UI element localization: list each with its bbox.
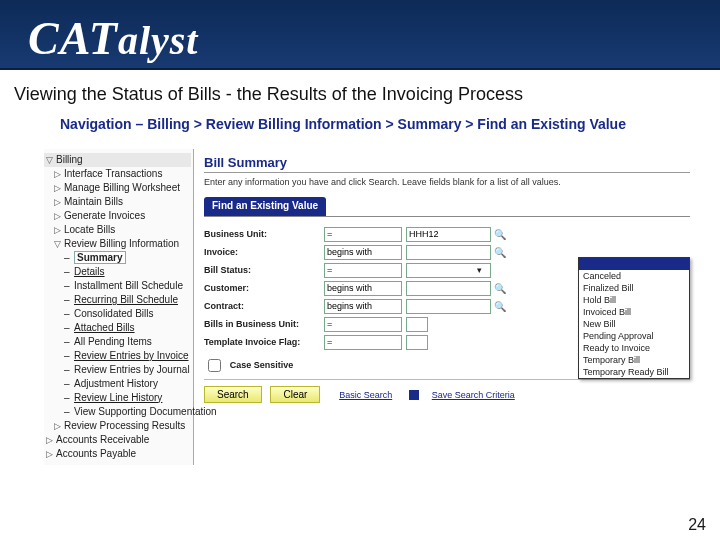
tree-subitem[interactable]: –Summary bbox=[44, 251, 191, 265]
clear-button[interactable]: Clear bbox=[270, 386, 320, 403]
lookup-icon[interactable]: 🔍 bbox=[494, 301, 505, 312]
tree-subitem[interactable]: –Adjustment History bbox=[44, 377, 191, 391]
lookup-icon[interactable]: 🔍 bbox=[494, 247, 505, 258]
dropdown-option[interactable]: Canceled bbox=[579, 270, 689, 282]
value-input[interactable] bbox=[406, 245, 491, 260]
value-input[interactable] bbox=[406, 317, 428, 332]
operator-select[interactable] bbox=[324, 299, 402, 314]
search-button[interactable]: Search bbox=[204, 386, 262, 403]
field-label: Contract: bbox=[204, 301, 324, 311]
criteria-row: Business Unit:🔍 bbox=[204, 227, 690, 242]
tab-find-existing[interactable]: Find an Existing Value bbox=[204, 197, 326, 216]
twist-icon: ▽ bbox=[46, 154, 56, 166]
twist-icon: ▷ bbox=[54, 196, 64, 208]
page-number: 24 bbox=[688, 516, 706, 534]
tree-subitem[interactable]: –Review Entries by Invoice bbox=[44, 349, 191, 363]
tree-subitem[interactable]: –Installment Bill Schedule bbox=[44, 279, 191, 293]
dropdown-option[interactable]: Temporary Ready Bill bbox=[579, 366, 689, 378]
operator-select[interactable] bbox=[324, 227, 402, 242]
panel-hint: Enter any information you have and click… bbox=[204, 177, 690, 187]
dropdown-option[interactable]: Temporary Bill bbox=[579, 354, 689, 366]
tree-subitem[interactable]: –All Pending Items bbox=[44, 335, 191, 349]
tree-item[interactable]: ▷Manage Billing Worksheet bbox=[44, 181, 191, 195]
twist-icon: ▽ bbox=[54, 238, 64, 250]
breadcrumb: Navigation – Billing > Review Billing In… bbox=[60, 115, 680, 135]
dropdown-option[interactable]: Pending Approval bbox=[579, 330, 689, 342]
tree-item[interactable]: ▷Maintain Bills bbox=[44, 195, 191, 209]
value-input[interactable] bbox=[406, 227, 491, 242]
dropdown-option[interactable]: New Bill bbox=[579, 318, 689, 330]
value-input[interactable] bbox=[406, 335, 428, 350]
tree-item[interactable]: ▷Locate Bills bbox=[44, 223, 191, 237]
basic-search-link[interactable]: Basic Search bbox=[339, 390, 392, 400]
twist-icon: ▷ bbox=[54, 168, 64, 180]
save-criteria-link[interactable]: Save Search Criteria bbox=[432, 390, 515, 400]
tree-item[interactable]: ▷Interface Transactions bbox=[44, 167, 191, 181]
operator-select[interactable] bbox=[324, 281, 402, 296]
field-label: Customer: bbox=[204, 283, 324, 293]
field-label: Invoice: bbox=[204, 247, 324, 257]
tree-item[interactable]: ▷Review Processing Results bbox=[44, 419, 191, 433]
tree-subitem[interactable]: –View Supporting Documentation bbox=[44, 405, 191, 419]
tree-item[interactable]: ▷Accounts Receivable bbox=[44, 433, 191, 447]
tab-strip: Find an Existing Value bbox=[204, 197, 690, 217]
field-label: Template Invoice Flag: bbox=[204, 337, 324, 347]
operator-select[interactable] bbox=[324, 263, 402, 278]
brand-logo: CATalyst bbox=[0, 0, 720, 65]
twist-icon: ▷ bbox=[54, 182, 64, 194]
brand-b: alyst bbox=[118, 18, 199, 63]
tree-group[interactable]: ▽Review Billing Information bbox=[44, 237, 191, 251]
dropdown-option[interactable]: Ready to Invoice bbox=[579, 342, 689, 354]
field-label: Business Unit: bbox=[204, 229, 324, 239]
tree-subitem[interactable]: –Attached Bills bbox=[44, 321, 191, 335]
page-title: Viewing the Status of Bills - the Result… bbox=[14, 84, 712, 105]
action-bar: Search Clear Basic Search Save Search Cr… bbox=[204, 379, 690, 403]
tree-item[interactable]: ▷Generate Invoices bbox=[44, 209, 191, 223]
tree-top[interactable]: ▽Billing bbox=[44, 153, 191, 167]
save-icon bbox=[409, 390, 419, 400]
field-label: Bills in Business Unit: bbox=[204, 319, 324, 329]
twist-icon: ▷ bbox=[46, 434, 56, 446]
dropdown-option[interactable] bbox=[579, 258, 689, 270]
nav-tree: ▽Billing ▷Interface Transactions▷Manage … bbox=[44, 149, 194, 465]
chevron-down-icon[interactable]: ▾ bbox=[477, 265, 482, 275]
tree-subitem[interactable]: –Review Entries by Journal bbox=[44, 363, 191, 377]
case-sensitive-checkbox[interactable] bbox=[208, 359, 221, 372]
operator-select[interactable] bbox=[324, 245, 402, 260]
operator-select[interactable] bbox=[324, 335, 402, 350]
dropdown-option[interactable]: Invoiced Bill bbox=[579, 306, 689, 318]
tree-subitem[interactable]: –Recurring Bill Schedule bbox=[44, 293, 191, 307]
lookup-icon[interactable]: 🔍 bbox=[494, 229, 505, 240]
twist-icon: ▷ bbox=[54, 420, 64, 432]
tree-subitem[interactable]: –Review Line History bbox=[44, 391, 191, 405]
operator-select[interactable] bbox=[324, 317, 402, 332]
tree-subitem[interactable]: –Details bbox=[44, 265, 191, 279]
tree-subitem[interactable]: –Consolidated Bills bbox=[44, 307, 191, 321]
twist-icon: ▷ bbox=[46, 448, 56, 460]
lookup-icon[interactable]: 🔍 bbox=[494, 283, 505, 294]
bill-status-dropdown[interactable]: CanceledFinalized BillHold BillInvoiced … bbox=[578, 257, 690, 379]
twist-icon: ▷ bbox=[54, 210, 64, 222]
dropdown-option[interactable]: Hold Bill bbox=[579, 294, 689, 306]
dropdown-option[interactable]: Finalized Bill bbox=[579, 282, 689, 294]
app-header: CATalyst bbox=[0, 0, 720, 70]
brand-a: CAT bbox=[28, 13, 118, 64]
panel-heading: Bill Summary bbox=[204, 155, 690, 173]
value-input[interactable] bbox=[406, 299, 491, 314]
twist-icon: ▷ bbox=[54, 224, 64, 236]
value-input[interactable] bbox=[406, 281, 491, 296]
search-panel: Bill Summary Enter any information you h… bbox=[194, 149, 696, 465]
app-content: ▽Billing ▷Interface Transactions▷Manage … bbox=[44, 149, 696, 465]
tree-item[interactable]: ▷Accounts Payable bbox=[44, 447, 191, 461]
case-sensitive-label: Case Sensitive bbox=[230, 360, 294, 370]
field-label: Bill Status: bbox=[204, 265, 324, 275]
